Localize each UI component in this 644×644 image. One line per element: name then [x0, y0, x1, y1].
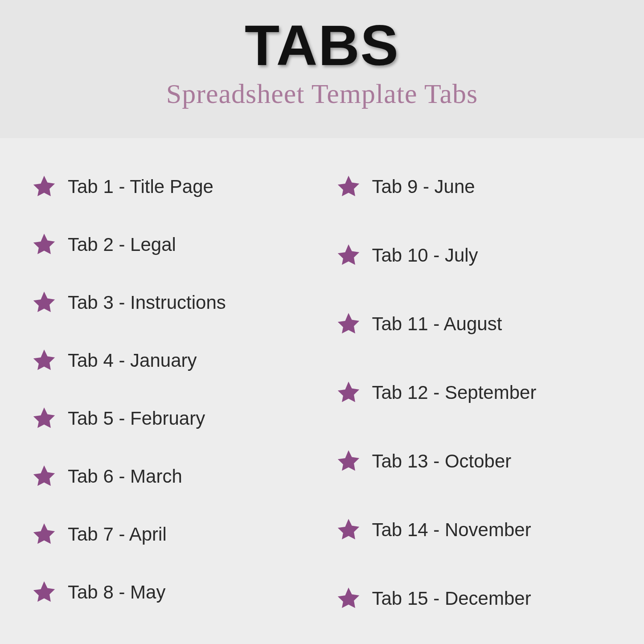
star-icon: [31, 464, 57, 489]
star-icon: [336, 586, 361, 611]
list-item-label: Tab 11 - August: [372, 313, 502, 335]
star-icon: [31, 521, 57, 547]
list-item: Tab 9 - June: [336, 174, 613, 200]
content: Tab 1 - Title Page Tab 2 - Legal Tab 3 -…: [0, 138, 644, 611]
list-item: Tab 12 - September: [336, 380, 613, 406]
list-item-label: Tab 15 - December: [372, 588, 531, 609]
star-icon: [31, 406, 57, 431]
list-item-label: Tab 2 - Legal: [68, 234, 176, 255]
list-item-label: Tab 3 - Instructions: [68, 292, 226, 313]
star-icon: [336, 380, 361, 406]
star-icon: [336, 311, 361, 337]
list-item: Tab 4 - January: [31, 348, 309, 373]
list-item-label: Tab 14 - November: [372, 519, 531, 541]
list-item-label: Tab 13 - October: [372, 451, 512, 472]
list-item-label: Tab 6 - March: [68, 466, 182, 487]
star-icon: [31, 174, 57, 200]
list-item: Tab 15 - December: [336, 586, 613, 611]
list-item-label: Tab 1 - Title Page: [68, 176, 213, 197]
star-icon: [336, 242, 361, 268]
star-icon: [336, 448, 361, 474]
list-item-label: Tab 4 - January: [68, 350, 197, 371]
page-title: TABS: [0, 12, 644, 78]
list-item: Tab 8 - May: [31, 579, 309, 605]
list-item: Tab 6 - March: [31, 464, 309, 489]
star-icon: [336, 517, 361, 543]
list-item: Tab 10 - July: [336, 242, 613, 268]
list-item-label: Tab 5 - February: [68, 408, 205, 429]
list-item: Tab 2 - Legal: [31, 232, 309, 258]
list-item: Tab 7 - April: [31, 521, 309, 547]
star-icon: [31, 290, 57, 316]
list-item: Tab 13 - October: [336, 448, 613, 474]
list-item: Tab 1 - Title Page: [31, 174, 309, 200]
list-item-label: Tab 7 - April: [68, 524, 167, 545]
column-right: Tab 9 - June Tab 10 - July Tab 11 - Augu…: [327, 169, 613, 611]
star-icon: [31, 348, 57, 373]
column-left: Tab 1 - Title Page Tab 2 - Legal Tab 3 -…: [31, 169, 309, 611]
list-item-label: Tab 12 - September: [372, 382, 537, 403]
star-icon: [31, 579, 57, 605]
list-item-label: Tab 10 - July: [372, 245, 478, 266]
page-subtitle: Spreadsheet Template Tabs: [0, 78, 644, 110]
list-item: Tab 14 - November: [336, 517, 613, 543]
header: TABS Spreadsheet Template Tabs: [0, 0, 644, 138]
list-item-label: Tab 8 - May: [68, 582, 165, 603]
list-item: Tab 5 - February: [31, 406, 309, 431]
list-item-label: Tab 9 - June: [372, 176, 475, 197]
list-item: Tab 3 - Instructions: [31, 290, 309, 316]
star-icon: [336, 174, 361, 200]
star-icon: [31, 232, 57, 258]
list-item: Tab 11 - August: [336, 311, 613, 337]
